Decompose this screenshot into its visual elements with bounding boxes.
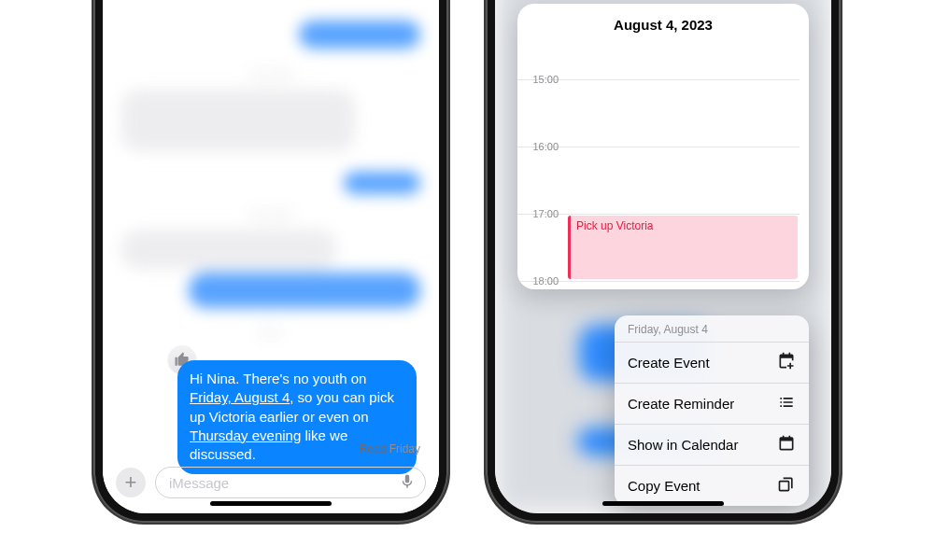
calendar-date-title: August 4, 2023: [517, 4, 809, 42]
menu-show-in-calendar[interactable]: Show in Calendar: [615, 424, 809, 465]
dictate-icon[interactable]: [399, 473, 416, 493]
plus-icon: +: [125, 470, 137, 495]
menu-copy-event[interactable]: Copy Event: [615, 465, 809, 506]
message-text: Hi Nina. There's no youth on: [190, 371, 366, 386]
compose-bar: + iMessage: [103, 459, 439, 498]
attach-button[interactable]: +: [116, 468, 146, 497]
screen-left: ••• •• •••• ••• •• •••• ••• •• Hi Nina. …: [103, 0, 439, 513]
context-menu: Friday, August 4 Create Event Create Rem…: [615, 315, 809, 506]
screen-right: August 4, 2023 15:00 16:00 17:00 18:00 P…: [495, 0, 831, 513]
home-indicator[interactable]: [602, 501, 724, 506]
calendar-add-icon: [777, 352, 796, 373]
date-link-thursday[interactable]: Thursday evening: [190, 427, 301, 443]
read-receipt: Read Friday: [103, 442, 420, 455]
date-link-friday[interactable]: Friday, August 4: [190, 389, 290, 405]
hour-label: 17:00: [521, 208, 559, 219]
phone-left: ••• •• •••• ••• •• •••• ••• •• Hi Nina. …: [93, 0, 448, 523]
hour-label: 16:00: [521, 141, 559, 152]
calendar-icon: [777, 434, 796, 455]
context-menu-date: Friday, August 4: [615, 315, 809, 342]
hour-label: 15:00: [521, 74, 559, 85]
phone-right: August 4, 2023 15:00 16:00 17:00 18:00 P…: [486, 0, 841, 523]
calendar-event[interactable]: Pick up Victoria: [568, 216, 798, 279]
copy-icon: [777, 475, 796, 497]
calendar-grid: 15:00 16:00 17:00 18:00 Pick up Victoria: [564, 42, 800, 285]
menu-create-event[interactable]: Create Event: [615, 342, 809, 383]
message-input[interactable]: iMessage: [155, 467, 426, 498]
hour-label: 18:00: [521, 275, 559, 287]
calendar-preview-card[interactable]: August 4, 2023 15:00 16:00 17:00 18:00 P…: [517, 4, 809, 289]
menu-create-reminder[interactable]: Create Reminder: [615, 383, 809, 424]
home-indicator[interactable]: [210, 501, 332, 506]
message-placeholder: iMessage: [169, 475, 229, 491]
list-icon: [777, 393, 796, 414]
received-message-bubble[interactable]: Hi Nina. There's no youth on Friday, Aug…: [177, 360, 417, 474]
